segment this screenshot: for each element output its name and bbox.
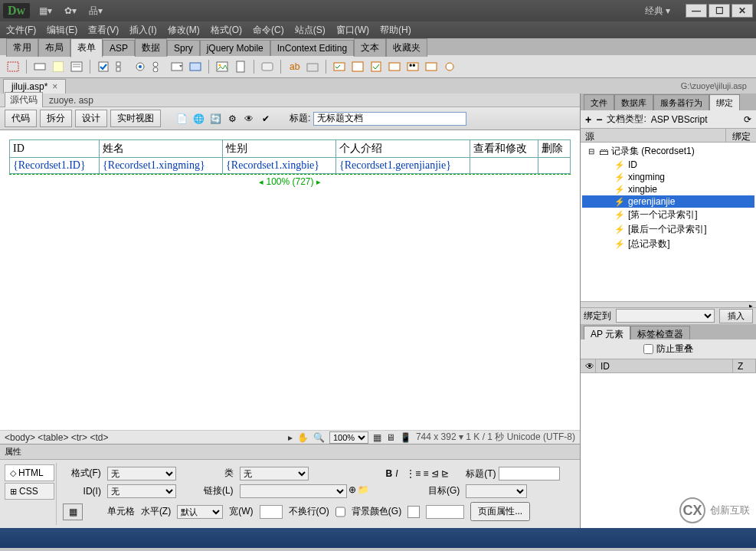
- design-view[interactable]: ID姓名性别个人介绍查看和修改删除 {Recordset1.ID}{Record…: [0, 130, 580, 430]
- checkbox-icon[interactable]: [97, 60, 110, 74]
- textfield-icon[interactable]: [33, 60, 47, 74]
- select-icon[interactable]: [170, 60, 184, 74]
- bindto-select[interactable]: [616, 309, 715, 323]
- radio-group-icon[interactable]: [152, 60, 165, 74]
- ap-elements-list[interactable]: CX 创新互联: [581, 373, 756, 529]
- text-format-buttons[interactable]: B I ⋮≡ ≡ ⊴ ⊵: [386, 468, 460, 479]
- table-data-cell[interactable]: {Recordset1.xingming}: [100, 158, 223, 174]
- category-tab[interactable]: Spry: [167, 40, 200, 56]
- maximize-button[interactable]: ☐: [709, 4, 730, 18]
- select-tool-icon[interactable]: ▸: [288, 432, 293, 443]
- table-data-cell[interactable]: {Recordset1.xingbie}: [223, 158, 336, 174]
- form-icon[interactable]: [6, 60, 20, 74]
- prevent-overlap-checkbox[interactable]: [643, 344, 653, 354]
- phone-icon[interactable]: 📱: [400, 432, 411, 443]
- table-data-cell[interactable]: {Recordset1.gerenjianjie}: [335, 158, 470, 174]
- table-header-cell[interactable]: 性别: [223, 140, 336, 158]
- properties-header[interactable]: 属性: [0, 444, 580, 460]
- category-tab[interactable]: 布局: [38, 38, 70, 57]
- hidden-icon[interactable]: [51, 60, 65, 74]
- spry-validate-select-icon[interactable]: [388, 60, 401, 74]
- category-tab[interactable]: 文本: [354, 38, 386, 57]
- browse-folder-icon[interactable]: 📁: [358, 484, 369, 498]
- ap-tab[interactable]: 标签检查器: [630, 326, 690, 339]
- category-tab[interactable]: InContext Editing: [270, 40, 354, 56]
- recordset-table[interactable]: ID姓名性别个人介绍查看和修改删除 {Recordset1.ID}{Record…: [9, 139, 571, 174]
- server-debug-icon[interactable]: ⚙: [225, 112, 239, 126]
- document-tab[interactable]: jiluji.asp* ×: [3, 79, 66, 93]
- visual-aids-icon[interactable]: 👁: [242, 112, 256, 126]
- class-select[interactable]: 无: [240, 467, 309, 480]
- inspect-icon[interactable]: 🌐: [191, 112, 205, 126]
- layout-icon[interactable]: ▦▾: [39, 5, 52, 16]
- zoom-tool-icon[interactable]: 🔍: [313, 432, 325, 443]
- tree-item[interactable]: ⚡[第一个记录索引]: [582, 208, 754, 222]
- panel-tab[interactable]: 绑定: [709, 94, 740, 111]
- menu-item[interactable]: 文件(F): [6, 24, 36, 37]
- category-tab[interactable]: jQuery Mobile: [200, 40, 270, 56]
- hand-tool-icon[interactable]: ✋: [297, 432, 309, 443]
- table-header-cell[interactable]: ID: [10, 140, 100, 158]
- menu-item[interactable]: 插入(I): [129, 24, 156, 37]
- add-binding-button[interactable]: +: [585, 113, 591, 126]
- remove-binding-button[interactable]: −: [596, 113, 602, 126]
- tree-item[interactable]: ⊟🗃记录集 (Recordset1): [582, 144, 754, 159]
- split-view-button[interactable]: 拆分: [40, 110, 72, 127]
- table-header-cell[interactable]: 删除: [538, 140, 571, 158]
- horiz-select[interactable]: 默认: [177, 505, 223, 519]
- tree-item[interactable]: ⚡xingming: [582, 171, 754, 183]
- category-tab[interactable]: ASP: [103, 40, 135, 56]
- spry-validate-confirm-icon[interactable]: [424, 60, 438, 74]
- panel-tab[interactable]: 服务器行为: [653, 94, 709, 111]
- menu-item[interactable]: 修改(M): [168, 24, 200, 37]
- file-field-icon[interactable]: [234, 60, 247, 74]
- source-code-crumb[interactable]: 源代码: [5, 92, 43, 108]
- textarea-icon[interactable]: [70, 60, 83, 74]
- table-header-cell[interactable]: 查看和修改: [470, 140, 538, 158]
- image-field-icon[interactable]: [215, 60, 229, 74]
- point-to-file-icon[interactable]: ⊕: [349, 484, 356, 498]
- panel-tab[interactable]: 数据库: [614, 94, 653, 111]
- page-properties-button[interactable]: 页面属性...: [470, 502, 530, 521]
- nowrap-checkbox[interactable]: [335, 505, 345, 519]
- insert-binding-button[interactable]: 插入: [719, 309, 753, 323]
- spry-validate-textarea-icon[interactable]: [351, 60, 365, 74]
- table-data-cell[interactable]: {Recordset1.ID}: [10, 158, 100, 174]
- design-view-button[interactable]: 设计: [75, 110, 107, 127]
- page-title-input[interactable]: [313, 112, 466, 126]
- button-icon[interactable]: [260, 60, 274, 74]
- panel-tab[interactable]: 文件: [584, 94, 614, 111]
- spry-validate-password-icon[interactable]: ••: [406, 60, 420, 74]
- menu-item[interactable]: 编辑(E): [47, 24, 77, 37]
- menu-item[interactable]: 格式(O): [211, 24, 242, 37]
- minimize-button[interactable]: —: [686, 4, 707, 18]
- tree-item[interactable]: ⚡[总记录数]: [582, 237, 754, 251]
- tag-path[interactable]: <body> <table> <tr> <td>: [5, 432, 108, 443]
- format-select[interactable]: 无: [107, 467, 176, 480]
- workspace-label[interactable]: 经典 ▾: [645, 5, 670, 18]
- category-tab[interactable]: 常用: [6, 38, 38, 57]
- table-data-cell[interactable]: [470, 158, 538, 174]
- site-icon[interactable]: 品▾: [89, 5, 103, 18]
- spry-validate-radio-icon[interactable]: [443, 60, 457, 74]
- css-mode-tab[interactable]: ⊞ CSS: [5, 483, 54, 500]
- radio-icon[interactable]: [133, 60, 147, 74]
- target-select[interactable]: [466, 484, 527, 498]
- table-header-cell[interactable]: 姓名: [100, 140, 223, 158]
- spry-validate-text-icon[interactable]: [332, 60, 346, 74]
- close-button[interactable]: ✕: [731, 4, 753, 18]
- check-icon[interactable]: ✔: [259, 112, 273, 126]
- code-view-button[interactable]: 代码: [5, 110, 37, 127]
- menu-item[interactable]: 窗口(W): [336, 24, 369, 37]
- spry-validate-checkbox-icon[interactable]: [369, 60, 383, 74]
- category-tab[interactable]: 数据: [135, 38, 167, 57]
- bindings-tree[interactable]: ⊟🗃记录集 (Recordset1)⚡ID⚡xingming⚡xingbie⚡g…: [581, 143, 756, 301]
- related-file[interactable]: zuoye. asp: [49, 95, 93, 106]
- link-select[interactable]: [240, 484, 347, 498]
- tree-item[interactable]: ⚡gerenjianjie: [582, 195, 754, 208]
- tree-item[interactable]: ⚡[最后一个记录索引]: [582, 222, 754, 237]
- category-tab[interactable]: 表单: [70, 38, 103, 57]
- table-header-cell[interactable]: 个人介绍: [335, 140, 470, 158]
- checkbox-group-icon[interactable]: [115, 60, 129, 74]
- bgcolor-swatch[interactable]: [407, 506, 420, 518]
